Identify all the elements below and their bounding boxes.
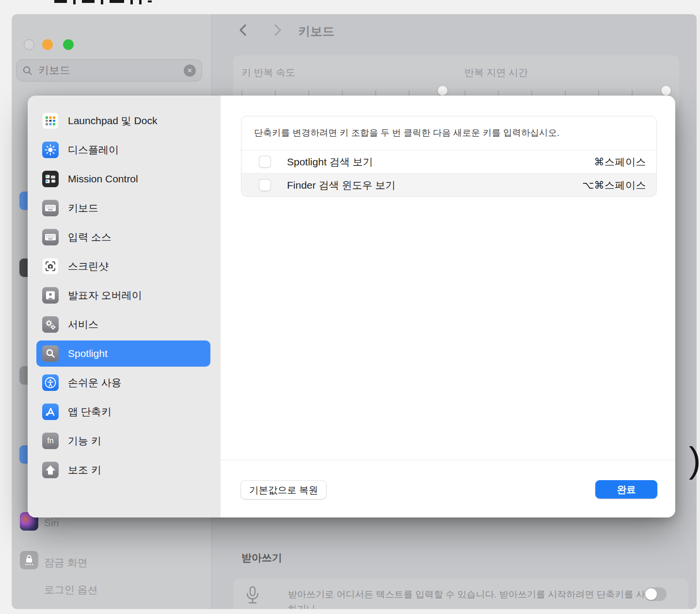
sidebar-item-function-keys[interactable]: fn 기능 키 [36,428,210,454]
sidebar-item-modifier-keys[interactable]: 보조 키 [36,457,210,483]
restore-defaults-button[interactable]: 기본값으로 복원 [241,481,326,499]
accessibility-icon [42,374,59,391]
sidebar-item-app-shortcuts[interactable]: 앱 단축키 [36,399,210,425]
modifier-keys-icon [42,462,59,478]
sidebar-item-screenshots[interactable]: 스크린샷 [36,253,210,279]
shortcut-keys[interactable]: ⌘스페이스 [594,155,647,169]
forward-icon[interactable] [270,23,284,37]
sidebar-item-label: Mission Control [68,173,138,185]
shortcut-row-spotlight-search[interactable]: Spotlight 검색 보기 ⌘스페이스 [241,150,656,173]
shortcuts-content: 단축키를 변경하려면 키 조합을 두 번 클릭한 다음 새로운 키를 입력하십시… [221,96,675,517]
back-icon[interactable] [237,23,250,37]
sidebar-item-label: 키보드 [68,201,98,215]
clipped-text-fragment: ) [689,439,700,481]
shortcuts-sidebar: Launchpad 및 Dock 디스플레이 [28,96,221,517]
dictation-toggle[interactable] [644,587,667,601]
screenshot-icon [42,258,59,275]
sidebar-item-keyboard[interactable]: 키보드 [36,195,210,221]
key-repeat-label: 키 반복 속도 [241,66,295,79]
sidebar-item-label: 서비스 [68,318,98,331]
sidebar-item-lock-screen: 잠금 화면 [44,556,88,569]
finder-search-checkbox[interactable] [259,179,271,191]
footer-divider [221,460,675,460]
close-window-button[interactable] [24,39,34,50]
services-icon [42,316,59,333]
clear-search-icon[interactable]: ✕ [184,65,196,77]
sidebar-item-siri: Siri [44,517,59,529]
keyboard-shortcuts-modal: Launchpad 및 Dock 디스플레이 [28,96,675,517]
spotlight-search-checkbox[interactable] [259,156,271,168]
dictation-description: 받아쓰기로 어디서든 텍스트를 입력할 수 있습니다. 받아쓰기를 시작하려면 … [288,587,661,609]
app-shortcuts-icon [42,404,59,420]
sidebar-item-label: 발표자 오버레이 [68,289,142,302]
sidebar-item-mission-control[interactable]: Mission Control [36,166,210,192]
clipped-text-fragment [54,0,152,4]
window-edge-strip [697,15,700,614]
sidebar-item-spotlight[interactable]: Spotlight [36,340,210,367]
sidebar-item-services[interactable]: 서비스 [36,311,210,338]
sidebar-item-label: Launchpad 및 Dock [68,114,157,128]
sidebar-item-label: Spotlight [68,348,108,359]
search-input[interactable] [38,64,184,77]
key-repeat-slider-knob [438,86,447,96]
search-icon [22,65,32,76]
presenter-overlay-icon [42,287,59,304]
launchpad-icon [42,113,59,129]
sidebar-item-presenter-overlay[interactable]: 발표자 오버레이 [36,282,210,308]
sidebar-item-login-options: 로그인 옵션 [44,583,98,597]
shortcut-label: Finder 검색 윈도우 보기 [287,178,396,192]
sidebar-item-label: 입력 소스 [68,230,111,244]
zoom-window-button[interactable] [63,39,74,50]
display-icon [42,142,59,158]
microphone-icon [245,586,260,607]
spotlight-icon [42,345,59,362]
sidebar-item-label: 보조 키 [68,463,101,477]
dictation-card: 받아쓰기로 어디서든 텍스트를 입력할 수 있습니다. 받아쓰기를 시작하려면 … [233,579,688,609]
page-title: 키보드 [298,23,334,39]
repeat-delay-slider-knob [661,86,671,96]
keyboard-icon [42,200,59,216]
done-button[interactable]: 완료 [595,480,657,499]
sidebar-item-label: 손쉬운 사용 [68,376,122,389]
sidebar-item-label: 앱 단축키 [68,405,111,419]
instruction-text: 단축키를 변경하려면 키 조합을 두 번 클릭한 다음 새로운 키를 입력하십시… [241,116,656,150]
shortcut-row-finder-search[interactable]: Finder 검색 윈도우 보기 ⌥⌘스페이스 [241,173,656,196]
dictation-title: 받아쓰기 [241,551,282,565]
sidebar-item-input-sources[interactable]: 입력 소스 [36,224,210,250]
shortcut-list-card: 단축키를 변경하려면 키 조합을 두 번 클릭한 다음 새로운 키를 입력하십시… [241,116,657,197]
sidebar-item-displays[interactable]: 디스플레이 [36,137,210,163]
minimize-window-button[interactable] [42,39,53,50]
shortcut-label: Spotlight 검색 보기 [287,155,373,169]
sidebar-item-label: 디스플레이 [68,143,119,157]
sidebar-item-label: 기능 키 [68,434,101,448]
sidebar-item-accessibility[interactable]: 손쉬운 사용 [36,370,210,396]
sidebar-item-launchpad-dock[interactable]: Launchpad 및 Dock [36,108,210,134]
fn-keys-icon: fn [42,433,59,449]
shortcut-keys[interactable]: ⌥⌘스페이스 [582,178,646,192]
input-source-icon [42,229,59,245]
repeat-delay-label: 반복 지연 시간 [464,66,528,79]
lock-screen-icon [20,551,38,569]
mission-control-icon [42,171,59,187]
sidebar-item-label: 스크린샷 [68,259,109,273]
settings-search-field[interactable]: ✕ [16,59,202,81]
